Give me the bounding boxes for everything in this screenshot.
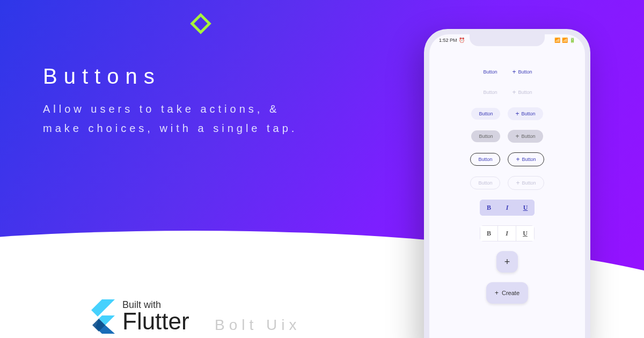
plus-icon: + bbox=[504, 256, 510, 268]
alarm-icon: ⏰ bbox=[459, 38, 465, 43]
phone-screen: 1:52 PM ⏰ 📶 📶 🔋 Button +Button Button +B… bbox=[429, 34, 585, 338]
segmented-button-filled: B I U bbox=[480, 200, 535, 216]
battery-icon: 🔋 bbox=[569, 38, 575, 43]
outlined-button-icon-disabled: +Button bbox=[508, 176, 544, 190]
status-time: 1:52 PM bbox=[439, 38, 457, 43]
filled-button-row: Button +Button bbox=[471, 107, 543, 120]
text-button-row: Button +Button bbox=[479, 67, 535, 77]
bold-toggle[interactable]: B bbox=[480, 200, 498, 216]
status-bar: 1:52 PM ⏰ 📶 📶 🔋 bbox=[429, 38, 585, 43]
underline-toggle-outlined[interactable]: U bbox=[516, 225, 535, 241]
tonal-button[interactable]: Button bbox=[471, 130, 500, 142]
status-left: 1:52 PM ⏰ bbox=[439, 38, 465, 43]
plus-icon: + bbox=[516, 180, 519, 186]
text-button-icon-disabled: +Button bbox=[509, 87, 535, 98]
text-button-with-icon[interactable]: +Button bbox=[509, 67, 535, 77]
status-right: 📶 📶 🔋 bbox=[554, 38, 575, 43]
page-title: Buttons bbox=[43, 64, 161, 89]
italic-toggle[interactable]: I bbox=[498, 200, 516, 216]
underline-toggle[interactable]: U bbox=[516, 200, 535, 216]
button-showcase: Button +Button Button +Button Button +Bu… bbox=[429, 67, 585, 304]
outlined-button-disabled-row: Button +Button bbox=[470, 176, 544, 190]
flutter-logo-icon bbox=[86, 299, 115, 334]
floating-action-button[interactable]: + bbox=[496, 251, 518, 273]
plus-icon: + bbox=[495, 290, 499, 296]
filled-button[interactable]: Button bbox=[471, 108, 500, 120]
outlined-button[interactable]: Button bbox=[470, 153, 500, 166]
plus-icon: + bbox=[515, 111, 519, 117]
outlined-button-with-icon[interactable]: +Button bbox=[508, 152, 544, 166]
text-button-disabled-row: Button +Button bbox=[479, 87, 535, 98]
flutter-text: Built with Flutter bbox=[122, 300, 189, 333]
italic-toggle-outlined[interactable]: I bbox=[498, 225, 516, 241]
plus-icon: + bbox=[512, 89, 516, 95]
page-subtitle: Allow users to take actions, & make choi… bbox=[43, 99, 297, 138]
flutter-badge: Built with Flutter bbox=[86, 299, 189, 334]
diamond-decoration bbox=[190, 13, 211, 34]
extended-fab[interactable]: + Create bbox=[486, 282, 528, 304]
tonal-button-row: Button +Button bbox=[471, 130, 543, 143]
text-button-disabled: Button bbox=[479, 87, 501, 97]
subtitle-line-2: make choices, with a single tap. bbox=[43, 119, 297, 138]
plus-icon: + bbox=[516, 156, 519, 163]
fab-label: Create bbox=[502, 290, 519, 296]
wifi-icon: 📶 bbox=[562, 38, 568, 43]
plus-icon: + bbox=[515, 133, 519, 139]
tonal-button-with-icon[interactable]: +Button bbox=[508, 130, 543, 143]
text-button[interactable]: Button bbox=[479, 67, 501, 77]
outlined-button-row: Button +Button bbox=[470, 152, 544, 166]
brand-label: Bolt Uix bbox=[215, 317, 301, 334]
plus-icon: + bbox=[512, 69, 516, 75]
filled-button-with-icon[interactable]: +Button bbox=[508, 107, 543, 120]
phone-mockup: 1:52 PM ⏰ 📶 📶 🔋 Button +Button Button +B… bbox=[424, 29, 590, 338]
subtitle-line-1: Allow users to take actions, & bbox=[43, 99, 297, 119]
outlined-button-disabled: Button bbox=[470, 177, 500, 189]
flutter-name: Flutter bbox=[122, 310, 189, 333]
signal-icon: 📶 bbox=[554, 38, 560, 43]
segmented-button-outlined: B I U bbox=[480, 225, 535, 241]
bold-toggle-outlined[interactable]: B bbox=[480, 225, 498, 241]
